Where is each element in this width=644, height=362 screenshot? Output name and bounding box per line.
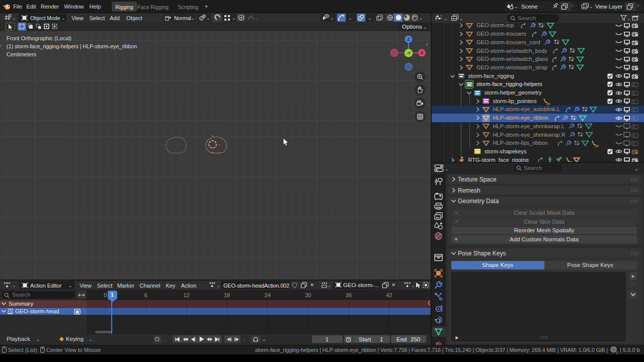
svg-text:Z: Z <box>407 37 410 42</box>
svg-text:X: X <box>420 50 423 55</box>
svg-text:-Y: -Y <box>407 51 411 56</box>
svg-text:28: 28 <box>546 102 550 106</box>
svg-text:28: 28 <box>595 144 599 147</box>
